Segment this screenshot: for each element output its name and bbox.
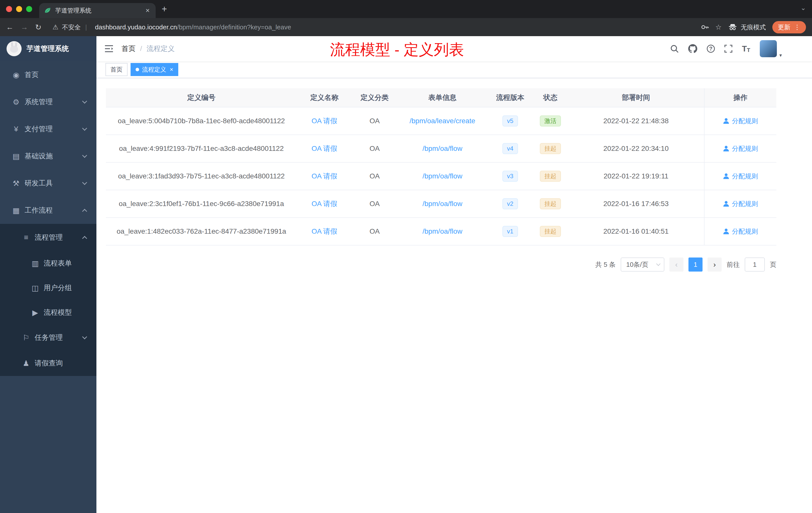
sidebar-item-workflow[interactable]: ▦ 工作流程 [0, 197, 96, 224]
assign-rule-button[interactable]: 分配规则 [723, 117, 758, 125]
browser-tab[interactable]: 芋道管理系统 × [39, 3, 156, 18]
sidebar-item-system[interactable]: ⚙ 系统管理 [0, 88, 96, 116]
browser-window: 芋道管理系统 × + ⌄ ← → ↻ ⚠ 不安全 | dashboard.yud… [0, 0, 812, 513]
tab-overflow-icon[interactable]: ⌄ [801, 4, 806, 12]
sidebar-item-devtools[interactable]: ⚒ 研发工具 [0, 170, 96, 197]
form-link[interactable]: /bpm/oa/leave/create [409, 117, 475, 125]
sidebar-item-label: 基础设施 [25, 151, 53, 161]
sidebar-item-process-model[interactable]: ▶ 流程模型 [0, 300, 96, 325]
chevron-down-icon [82, 99, 87, 104]
tag-home[interactable]: 首页 [106, 63, 127, 76]
new-tab-button[interactable]: + [156, 0, 173, 18]
fullscreen-icon[interactable] [724, 45, 732, 53]
page-size-select[interactable]: 10条/页 [621, 258, 664, 272]
prev-page-button[interactable]: ‹ [669, 258, 684, 272]
assign-rule-button[interactable]: 分配规则 [723, 172, 758, 181]
breadcrumb-home[interactable]: 首页 [121, 44, 136, 54]
tag-close-icon[interactable]: × [170, 66, 173, 73]
table-row: oa_leave:5:004b710b-7b8a-11ec-8ef0-acde4… [106, 108, 776, 135]
password-key-icon[interactable] [701, 23, 709, 31]
chevron-down-icon [656, 262, 661, 266]
window-close-button[interactable] [6, 6, 12, 12]
form-link[interactable]: /bpm/oa/flow [423, 228, 463, 235]
person-icon [723, 201, 729, 207]
sidebar-item-label: 任务管理 [35, 333, 63, 342]
security-chip[interactable]: ⚠ 不安全 | [53, 23, 88, 31]
sidebar-item-label: 流程管理 [35, 233, 63, 242]
sidebar-item-task-management[interactable]: ⚐ 任务管理 [0, 325, 96, 350]
definition-name-link[interactable]: OA 请假 [312, 200, 338, 208]
browser-toolbar: ← → ↻ ⚠ 不安全 | dashboard.yudao.iocoder.cn… [0, 18, 812, 36]
sidebar-item-process-form[interactable]: ▥ 流程表单 [0, 251, 96, 276]
sidebar-item-home[interactable]: ◉ 首页 [0, 61, 96, 88]
sidebar-item-process-management[interactable]: ≡ 流程管理 [0, 224, 96, 251]
cell-deploy-time: 2022-01-16 17:46:53 [568, 200, 704, 208]
window-zoom-button[interactable] [26, 6, 32, 12]
back-button[interactable]: ← [6, 23, 13, 31]
column-header-name: 定义名称 [297, 93, 352, 102]
github-icon[interactable] [688, 44, 697, 53]
cell-deploy-time: 2022-01-22 20:34:10 [568, 145, 704, 153]
sidebar-item-label: 用户分组 [44, 283, 72, 293]
update-button[interactable]: 更新 ⋮ [772, 21, 806, 33]
update-label: 更新 [778, 23, 790, 31]
bookmark-star-icon[interactable]: ☆ [715, 23, 722, 31]
sidebar-item-label: 工作流程 [25, 206, 53, 215]
forward-button[interactable]: → [21, 23, 28, 31]
sidebar-item-payment[interactable]: ¥ 支付管理 [0, 116, 96, 143]
form-link[interactable]: /bpm/oa/flow [423, 145, 463, 152]
assign-rule-button[interactable]: 分配规则 [723, 200, 758, 208]
warning-icon: ⚠ [53, 23, 58, 31]
font-size-icon[interactable]: TT [742, 44, 750, 54]
url-divider: | [85, 23, 87, 31]
search-icon[interactable] [670, 44, 679, 53]
person-icon [723, 145, 729, 152]
reload-button[interactable]: ↻ [35, 23, 41, 32]
definition-name-link[interactable]: OA 请假 [312, 117, 338, 125]
paper-plane-icon: ▶ [29, 308, 41, 317]
goto-page-input[interactable] [745, 258, 765, 272]
browser-menu-icon[interactable]: ⋮ [794, 23, 801, 31]
sidebar-item-user-group[interactable]: ◫ 用户分组 [0, 276, 96, 300]
user-avatar[interactable]: ▾ [760, 40, 777, 57]
incognito-badge: 无痕模式 [728, 23, 766, 32]
sidebar: 芋道管理系统 ◉ 首页 ⚙ 系统管理 ¥ 支付管理 ▤ 基础设施 [0, 36, 96, 513]
flag-icon: ⚐ [20, 333, 32, 342]
incognito-label: 无痕模式 [741, 23, 766, 31]
cell-category: OA [352, 172, 397, 180]
security-label: 不安全 [62, 23, 81, 31]
column-header-category: 定义分类 [352, 93, 397, 102]
form-link[interactable]: /bpm/oa/flow [423, 200, 463, 208]
tab-close-icon[interactable]: × [145, 6, 151, 14]
address-bar[interactable]: dashboard.yudao.iocoder.cn /bpm/manager/… [95, 23, 694, 31]
sidebar-logo[interactable]: 芋道管理系统 [0, 36, 96, 61]
cell-deploy-time: 2022-01-16 01:40:51 [568, 228, 704, 235]
sidebar-item-label: 首页 [25, 70, 39, 80]
chevron-down-icon [82, 180, 87, 185]
chevron-down-icon [82, 153, 87, 158]
toolbar-right: ☆ 无痕模式 更新 ⋮ [701, 21, 806, 33]
definition-name-link[interactable]: OA 请假 [312, 145, 338, 152]
url-host: dashboard.yudao.iocoder.cn [95, 23, 177, 31]
definition-name-link[interactable]: OA 请假 [312, 172, 338, 180]
incognito-icon [728, 23, 737, 32]
goto-label: 前往 [727, 260, 740, 269]
assign-rule-button[interactable]: 分配规则 [723, 227, 758, 236]
list-icon: ≡ [20, 233, 32, 242]
sidebar-toggle-icon[interactable] [96, 36, 121, 61]
sidebar-item-label: 流程模型 [44, 308, 72, 317]
next-page-button[interactable]: › [707, 258, 722, 272]
sidebar-item-leave-query[interactable]: ♟ 请假查询 [0, 350, 96, 376]
sidebar-item-infrastructure[interactable]: ▤ 基础设施 [0, 143, 96, 170]
tag-process-definition[interactable]: 流程定义 × [130, 63, 178, 76]
assign-rule-button[interactable]: 分配规则 [723, 144, 758, 153]
cell-deploy-time: 2022-01-22 19:19:11 [568, 172, 704, 180]
window-minimize-button[interactable] [16, 6, 22, 12]
form-link[interactable]: /bpm/oa/flow [423, 172, 463, 180]
page-number-button[interactable]: 1 [689, 258, 702, 272]
version-badge: v4 [502, 143, 518, 154]
help-icon[interactable]: ? [707, 45, 715, 53]
version-badge: v2 [502, 198, 518, 209]
chevron-down-icon [82, 126, 87, 131]
definition-name-link[interactable]: OA 请假 [312, 228, 338, 235]
